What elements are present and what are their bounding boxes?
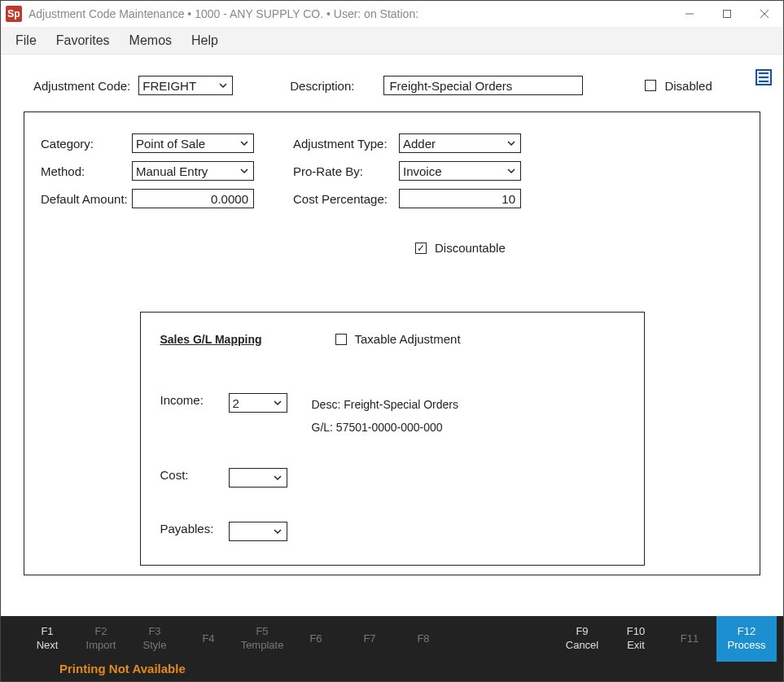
adjustment-code-select[interactable]: FREIGHT xyxy=(138,76,233,95)
fkey-f12[interactable]: F12Process xyxy=(716,616,777,662)
method-value: Manual Entry xyxy=(136,164,208,178)
cost-percentage-label: Cost Percentage: xyxy=(293,192,399,206)
fkey-f6: F6 xyxy=(289,616,343,662)
fkey-number: F1 xyxy=(41,625,53,639)
minimize-button[interactable] xyxy=(671,1,708,27)
chevron-down-icon xyxy=(272,472,283,483)
default-amount-value: 0.0000 xyxy=(211,192,248,206)
discountable-checkbox[interactable]: ✓ xyxy=(415,243,427,254)
taxable-wrap[interactable]: Taxable Adjustment xyxy=(335,332,461,346)
payables-select[interactable] xyxy=(229,522,287,541)
chevron-down-icon xyxy=(272,526,283,537)
titlebar: Sp Adjustment Code Maintenance • 1000 - … xyxy=(1,1,783,27)
disabled-label: Disabled xyxy=(664,79,712,93)
fkey-f8: F8 xyxy=(396,616,450,662)
pro-rate-label: Pro-Rate By: xyxy=(293,164,399,178)
taxable-checkbox[interactable] xyxy=(335,334,347,345)
menu-help[interactable]: Help xyxy=(191,33,218,48)
method-select[interactable]: Manual Entry xyxy=(132,161,254,181)
pro-rate-select[interactable]: Invoice xyxy=(399,161,521,181)
chevron-down-icon xyxy=(506,165,517,177)
svg-rect-1 xyxy=(724,11,731,18)
payables-label: Payables: xyxy=(160,522,229,536)
main-panel: Category: Point of Sale Adjustment Type:… xyxy=(24,111,760,575)
fkey-number: F10 xyxy=(627,625,645,639)
fkey-action: Next xyxy=(37,639,59,653)
adjustment-code-label: Adjustment Code: xyxy=(33,79,130,93)
fkey-number: F2 xyxy=(94,625,107,639)
pro-rate-value: Invoice xyxy=(403,164,442,178)
menu-favorites[interactable]: Favorites xyxy=(56,33,110,48)
fkey-number: F12 xyxy=(738,625,756,639)
chevron-down-icon xyxy=(239,165,250,177)
fkey-number: F4 xyxy=(202,632,214,646)
fkey-action: Style xyxy=(143,639,167,653)
fkey-action: Import xyxy=(86,639,116,653)
adjustment-type-value: Adder xyxy=(403,137,436,151)
menu-icon[interactable] xyxy=(756,69,772,85)
chevron-down-icon xyxy=(239,138,250,149)
fkey-number: F8 xyxy=(417,632,429,646)
fkey-f1[interactable]: F1Next xyxy=(20,616,74,662)
taxable-label: Taxable Adjustment xyxy=(355,332,461,346)
window-title: Adjustment Code Maintenance • 1000 - ANY… xyxy=(28,7,418,20)
fkey-number: F6 xyxy=(309,632,322,646)
fkey-action: Exit xyxy=(627,639,645,653)
disabled-checkbox-wrap[interactable]: Disabled xyxy=(645,79,712,93)
status-message: Printing Not Available xyxy=(1,662,783,675)
income-select[interactable]: 2 xyxy=(229,393,287,413)
discountable-label: Discountable xyxy=(435,241,506,255)
fkey-number: F7 xyxy=(363,632,375,646)
maximize-button[interactable] xyxy=(708,1,746,27)
adjustment-code-value: FREIGHT xyxy=(142,79,196,93)
income-label: Income: xyxy=(160,393,229,407)
default-amount-label: Default Amount: xyxy=(41,192,132,206)
header-fields: Adjustment Code: FREIGHT Description: Fr… xyxy=(1,55,783,102)
chevron-down-icon xyxy=(506,138,517,149)
fkey-action: Template xyxy=(241,639,284,653)
description-label: Description: xyxy=(290,79,354,93)
cost-select[interactable] xyxy=(229,468,287,487)
fkey-f5: F5Template xyxy=(235,616,289,662)
fkey-f7: F7 xyxy=(343,616,396,662)
discountable-wrap[interactable]: ✓ Discountable xyxy=(415,241,743,255)
fkey-number: F11 xyxy=(681,632,699,646)
category-select[interactable]: Point of Sale xyxy=(132,133,254,153)
fkey-action: Process xyxy=(728,639,766,653)
close-button[interactable] xyxy=(746,1,783,27)
adjustment-type-label: Adjustment Type: xyxy=(293,137,399,151)
description-value: Freight-Special Orders xyxy=(389,79,512,93)
income-value: 2 xyxy=(233,396,239,410)
description-input[interactable]: Freight-Special Orders xyxy=(383,76,583,95)
fkey-number: F3 xyxy=(148,625,160,639)
chevron-down-icon xyxy=(272,397,283,409)
category-value: Point of Sale xyxy=(136,137,205,151)
adjustment-type-select[interactable]: Adder xyxy=(399,133,521,153)
default-amount-input[interactable]: 0.0000 xyxy=(132,189,254,208)
disabled-checkbox[interactable] xyxy=(645,80,656,91)
fkey-number: F5 xyxy=(256,625,268,639)
fkey-f3: F3Style xyxy=(128,616,182,662)
cost-label: Cost: xyxy=(160,468,229,482)
category-label: Category: xyxy=(41,137,132,151)
fkey-f9[interactable]: F9Cancel xyxy=(555,616,609,662)
income-details: Desc: Freight-Special Orders G/L: 57501-… xyxy=(312,393,459,439)
gl-heading: Sales G/L Mapping xyxy=(160,333,262,346)
fkey-f2: F2Import xyxy=(74,616,128,662)
fkey-f10[interactable]: F10Exit xyxy=(609,616,663,662)
method-label: Method: xyxy=(41,164,132,178)
fkey-action: Cancel xyxy=(566,639,598,653)
fkey-f11: F11 xyxy=(663,616,716,662)
chevron-down-icon xyxy=(217,80,229,91)
cost-percentage-input[interactable]: 10 xyxy=(399,189,521,208)
fkey-number: F9 xyxy=(576,625,588,639)
menu-memos[interactable]: Memos xyxy=(129,33,172,48)
app-icon: Sp xyxy=(6,6,22,22)
cost-percentage-value: 10 xyxy=(501,192,515,206)
menubar: File Favorites Memos Help xyxy=(1,27,783,55)
fkey-f4: F4 xyxy=(182,616,235,662)
menu-file[interactable]: File xyxy=(15,33,37,48)
gl-mapping-panel: Sales G/L Mapping Taxable Adjustment Inc… xyxy=(140,312,645,566)
footer: F1NextF2ImportF3StyleF4F5TemplateF6F7F8F… xyxy=(1,616,783,681)
